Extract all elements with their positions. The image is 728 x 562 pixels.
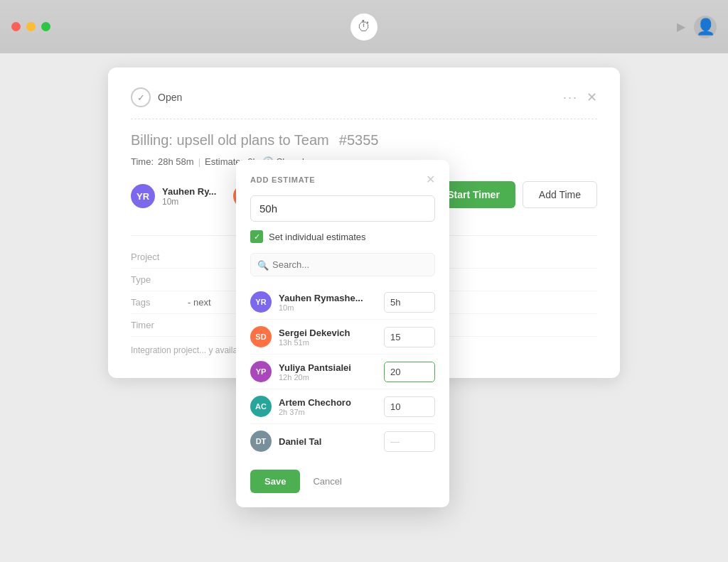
logo-icon: ⏱ [350,13,378,40]
add-estimate-modal: ADD ESTIMATE ✕ ✓ Set individual estimate… [236,160,449,507]
modal-member-time: 10m [279,303,377,312]
modal-member-row: YP Yuliya Pantsialei 12h 20m [250,355,435,389]
member-search-input[interactable] [250,253,435,276]
maximize-window-button[interactable] [41,22,50,31]
modal-member-name: Yauhen Rymashe... [279,293,377,303]
modal-overlay: ADD ESTIMATE ✕ ✓ Set individual estimate… [0,53,728,562]
member-estimate-input-dt[interactable] [384,431,435,452]
search-icon: 🔍 [257,259,269,270]
modal-avatar-yp: YP [250,361,272,382]
save-button[interactable]: Save [250,470,300,493]
member-estimate-input-yr[interactable] [384,292,435,313]
individual-estimates-label: Set individual estimates [269,232,366,242]
titlebar: ⏱ ▶ 👤 [0,0,728,53]
main-area: ✓ Open ··· ✕ Billing: upsell old plans t… [0,53,728,562]
individual-estimates-row: ✓ Set individual estimates [250,230,435,243]
modal-member-name: Yuliya Pantsialei [279,362,377,373]
modal-member-name: Sergei Dekevich [279,328,377,338]
window-controls [11,22,50,31]
search-wrap: 🔍 [250,253,435,276]
minimize-window-button[interactable] [26,22,36,31]
member-estimate-input-ac[interactable] [384,396,435,417]
individual-estimates-checkbox[interactable]: ✓ [250,230,263,243]
titlebar-right: ▶ 👤 [677,16,717,38]
nav-forward-icon[interactable]: ▶ [677,20,685,33]
cancel-button[interactable]: Cancel [307,470,347,493]
modal-member-row: YR Yauhen Rymashe... 10m [250,285,435,320]
modal-header: ADD ESTIMATE ✕ [250,174,435,185]
modal-member-row: AC Artem Chechoro 2h 37m [250,389,435,424]
modal-footer: Save Cancel [250,470,435,493]
modal-member-row: SD Sergei Dekevich 13h 51m [250,320,435,355]
modal-avatar-yr: YR [250,291,272,313]
modal-member-info: Yauhen Rymashe... 10m [279,293,377,312]
modal-member-info: Artem Chechoro 2h 37m [279,397,377,416]
modal-member-time: 12h 20m [279,373,377,382]
modal-member-name: Artem Chechoro [279,397,377,408]
modal-avatar-sd: SD [250,326,272,347]
modal-member-name: Daniel Tal [279,436,377,447]
modal-title: ADD ESTIMATE [250,175,315,184]
modal-member-time: 2h 37m [279,408,377,416]
total-estimate-input[interactable] [250,195,435,222]
app-logo: ⏱ [350,13,378,40]
modal-avatar-dt: DT [250,431,272,452]
modal-member-info: Yuliya Pantsialei 12h 20m [279,362,377,382]
modal-member-time: 13h 51m [279,338,377,347]
modal-close-button[interactable]: ✕ [426,174,435,185]
member-estimate-input-sd[interactable] [384,327,435,347]
modal-member-row: DT Daniel Tal [250,424,435,458]
modal-member-info: Sergei Dekevich 13h 51m [279,328,377,347]
close-window-button[interactable] [11,22,21,31]
member-estimate-input-yp[interactable] [384,362,435,382]
modal-member-list: YR Yauhen Rymashe... 10m SD Sergei Dekev… [250,285,435,458]
user-avatar[interactable]: 👤 [694,16,717,38]
modal-avatar-ac: AC [250,396,272,417]
modal-member-info: Daniel Tal [279,436,377,447]
